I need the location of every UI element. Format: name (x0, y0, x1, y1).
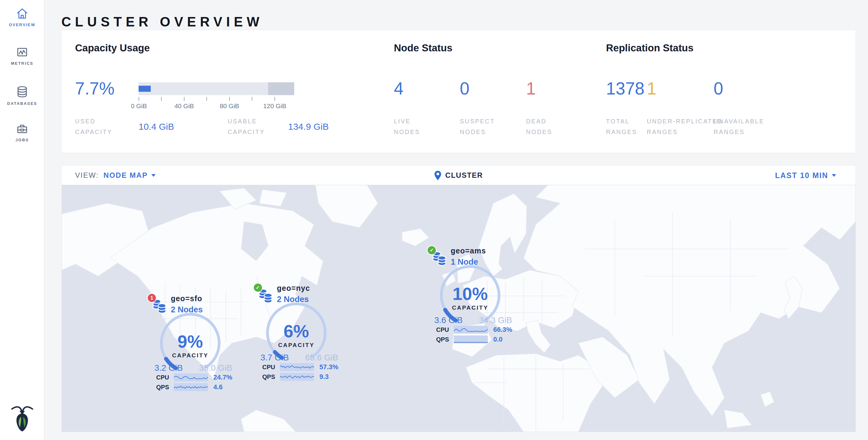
qps-row: QPS 9.3 (262, 373, 329, 381)
total-value: 34.3 GiB (479, 315, 512, 325)
locality-label: geo=ams (451, 246, 486, 255)
axis-tick-label: 80 GiB (208, 102, 251, 110)
time-range-dropdown[interactable]: LAST 10 MIN (775, 166, 836, 185)
usable-capacity-label: USABLE CAPACITY (228, 116, 265, 137)
chevron-down-icon (832, 174, 836, 177)
capacity-caption: CAPACITY (263, 342, 330, 349)
locality-label: geo=nyc (277, 284, 310, 293)
node-marker-nyc[interactable]: ✓ geo=nyc 2 Nodes 6% CAPACITY 3 (254, 284, 345, 384)
summary-panel: Capacity Usage 7.7% 0 GiB 40 GiB 80 GiB … (61, 30, 856, 153)
suspect-nodes-label: SUSPECT NODES (460, 116, 495, 137)
capacity-caption: CAPACITY (157, 352, 224, 359)
axis-tick-label: 0 GiB (118, 102, 160, 110)
cpu-row: CPU 57.3% (262, 363, 338, 371)
capacity-bar-nonusable (268, 82, 294, 95)
capacity-caption: CAPACITY (437, 305, 504, 311)
sidebar-item-overview[interactable]: OVERVIEW (0, 7, 44, 27)
capacity-percent: 7.7% (75, 80, 115, 97)
cpu-value: 24.7% (213, 373, 232, 381)
axis-tick (274, 97, 275, 101)
cpu-label: CPU (436, 326, 454, 333)
page-title: CLUSTER OVERVIEW (61, 14, 263, 29)
capacity-bar-used (138, 86, 151, 92)
capacity-values: 3.7 GiB 65.6 GiB (260, 353, 338, 363)
qps-sparkline (280, 373, 314, 381)
cluster-breadcrumb[interactable]: CLUSTER (434, 166, 483, 185)
metrics-icon (0, 45, 44, 58)
axis-tick-label: 40 GiB (163, 102, 206, 110)
map-toolbar: VIEW: NODE MAP CLUSTER LAST 10 MIN (62, 166, 856, 185)
sidebar-item-databases[interactable]: DATABASES (0, 85, 44, 106)
unavailable-ranges-value: 0 (714, 80, 723, 97)
world-map[interactable]: 1 geo=sfo 2 Nodes 9% CAPACITY 3 (62, 185, 856, 432)
capacity-usage-title: Capacity Usage (75, 42, 150, 54)
cpu-label: CPU (262, 364, 280, 371)
view-label: VIEW: (75, 171, 99, 180)
sidebar-item-label: METRICS (0, 61, 44, 66)
qps-sparkline (454, 336, 488, 343)
suspect-nodes-value: 0 (460, 80, 470, 97)
qps-row: QPS 4.6 (156, 383, 223, 391)
cpu-sparkline (454, 326, 488, 334)
replication-status-title: Replication Status (606, 42, 693, 54)
qps-value: 0.0 (493, 336, 503, 343)
qps-value: 4.6 (213, 383, 223, 391)
healthy-badge: ✓ (428, 246, 436, 254)
axis-tick (229, 97, 230, 101)
live-nodes-value: 4 (394, 80, 404, 97)
qps-label: QPS (436, 336, 454, 343)
locality-label: geo=sfo (171, 294, 203, 303)
qps-row: QPS 0.0 (436, 336, 503, 343)
node-status-title: Node Status (394, 42, 453, 54)
axis-tick (138, 97, 139, 101)
live-nodes-label: LIVE NODES (394, 116, 420, 137)
axis-tick (184, 97, 184, 101)
dead-node-badge: 1 (148, 294, 156, 302)
sidebar-item-label: JOBS (0, 138, 44, 142)
cpu-label: CPU (156, 374, 174, 381)
sidebar-item-label: OVERVIEW (0, 23, 44, 27)
cpu-row: CPU 24.7% (156, 373, 232, 381)
briefcase-icon (0, 122, 44, 135)
used-value: 3.6 GiB (434, 315, 463, 325)
qps-label: QPS (156, 384, 174, 391)
unavailable-ranges-label: UNAVAILABLE RANGES (714, 116, 764, 137)
location-pin-icon (434, 171, 441, 180)
chevron-down-icon (151, 174, 156, 177)
dead-nodes-label: DEAD NODES (526, 116, 552, 137)
usable-capacity-value: 134.9 GiB (288, 122, 329, 131)
capacity-percent: 6% (263, 322, 330, 340)
qps-sparkline (174, 383, 208, 391)
used-value: 3.2 GiB (154, 363, 183, 373)
capacity-values: 3.6 GiB 34.3 GiB (434, 315, 512, 325)
sidebar-item-jobs[interactable]: JOBS (0, 122, 44, 142)
sidebar-item-label: DATABASES (0, 101, 44, 106)
used-value: 3.7 GiB (260, 353, 289, 363)
cpu-value: 57.3% (319, 363, 338, 371)
home-icon (0, 7, 44, 20)
node-marker-sfo[interactable]: 1 geo=sfo 2 Nodes 9% CAPACITY 3 (148, 294, 239, 394)
cpu-value: 66.3% (493, 326, 512, 334)
view-selector-group: VIEW: NODE MAP (75, 166, 156, 185)
capacity-percent: 9% (157, 333, 224, 350)
used-capacity-label: USED CAPACITY (75, 116, 113, 137)
axis-tick (161, 97, 162, 101)
sidebar: OVERVIEW METRICS DATABASES (0, 0, 44, 440)
qps-value: 9.3 (319, 373, 329, 381)
sidebar-item-metrics[interactable]: METRICS (0, 45, 44, 66)
cpu-sparkline (174, 373, 208, 381)
capacity-bar (138, 82, 294, 95)
total-ranges-label: TOTAL RANGES (606, 116, 637, 137)
node-map-panel: VIEW: NODE MAP CLUSTER LAST 10 MIN (61, 165, 856, 432)
axis-tick-label: 120 GiB (253, 102, 296, 110)
database-icon (0, 85, 44, 98)
capacity-percent: 10% (437, 285, 504, 303)
cockroachdb-logo[interactable] (10, 404, 35, 432)
view-dropdown[interactable]: NODE MAP (104, 171, 156, 180)
used-capacity-value: 10.4 GiB (138, 122, 174, 131)
axis-tick (252, 97, 252, 101)
qps-label: QPS (262, 373, 280, 380)
node-marker-ams[interactable]: ✓ geo=ams 1 Node 10% CAPACITY 3 (428, 246, 519, 346)
under-replicated-ranges-label: UNDER-REPLICATED RANGES (647, 116, 723, 137)
total-ranges-value: 1378 (606, 80, 645, 97)
